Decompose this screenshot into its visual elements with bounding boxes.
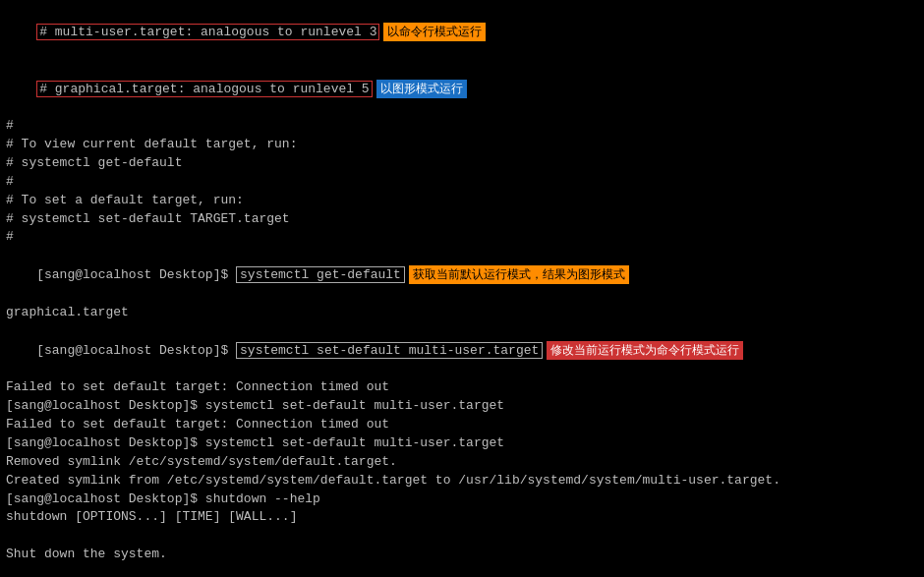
line-5: # systemctl get-default [6,154,918,173]
prompt-14: [sang@localhost Desktop]$ [6,398,205,413]
cmd-get-default: systemctl get-default [236,266,405,283]
line-14: [sang@localhost Desktop]$ systemctl set-… [6,397,918,416]
line-18: Created symlink from /etc/systemd/system… [6,472,918,490]
line-23 [6,564,918,577]
terminal: # multi-user.target: analogous to runlev… [0,0,924,577]
line-16: [sang@localhost Desktop]$ systemctl set-… [6,434,918,453]
line-13: Failed to set default target: Connection… [6,378,918,397]
prompt-16: [sang@localhost Desktop]$ [6,435,205,450]
line-20: shutdown [OPTIONS...] [TIME] [WALL...] [6,508,918,527]
prompt-19: [sang@localhost Desktop]$ [6,491,205,506]
prompt-12: [sang@localhost Desktop]$ [36,343,236,358]
line-9: # [6,228,918,247]
line-22: Shut down the system. [6,546,918,564]
annotation-2: 以图形模式运行 [376,80,467,98]
line-15: Failed to set default target: Connection… [6,416,918,434]
line-3: # [6,117,918,136]
line-1: # multi-user.target: analogous to runlev… [6,4,918,61]
line-12: [sang@localhost Desktop]$ systemctl set-… [6,322,918,379]
prompt-10: [sang@localhost Desktop]$ [36,267,236,282]
annotation-get-default: 获取当前默认运行模式，结果为图形模式 [409,265,629,284]
line-10: [sang@localhost Desktop]$ systemctl get-… [6,247,918,304]
line-7: # To set a default target, run: [6,192,918,210]
line-8: # systemctl set-default TARGET.target [6,210,918,229]
line-11: graphical.target [6,304,918,322]
line-17: Removed symlink /etc/systemd/system/defa… [6,453,918,472]
bordered-text-1: # multi-user.target: analogous to runlev… [36,24,379,40]
line-19: [sang@localhost Desktop]$ shutdown --hel… [6,490,918,509]
annotation-1: 以命令行模式运行 [383,23,486,41]
line-2: # graphical.target: analogous to runleve… [6,61,918,118]
line-6: # [6,173,918,192]
cmd-set-default-1: systemctl set-default multi-user.target [236,342,543,359]
line-21 [6,527,918,546]
annotation-set-default-1: 修改当前运行模式为命令行模式运行 [547,341,743,360]
line-4: # To view current default target, run: [6,136,918,154]
bordered-text-2: # graphical.target: analogous to runleve… [36,81,372,97]
